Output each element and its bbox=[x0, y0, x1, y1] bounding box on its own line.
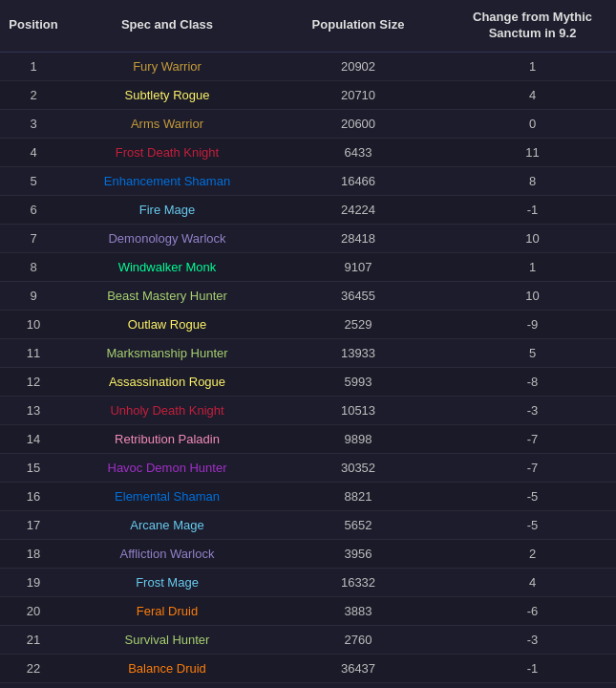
cell-change: -9 bbox=[449, 310, 616, 338]
table-row: 10Outlaw Rogue2529-9 bbox=[0, 310, 616, 338]
cell-position: 4 bbox=[0, 138, 67, 166]
cell-position: 10 bbox=[0, 310, 67, 338]
table-row: 5Enhancement Shaman164668 bbox=[0, 166, 616, 195]
cell-change: -5 bbox=[449, 510, 616, 539]
cell-spec: Shadow Priest bbox=[67, 682, 267, 688]
cell-population: 36437 bbox=[267, 654, 449, 682]
cell-spec: Survival Hunter bbox=[67, 625, 267, 654]
cell-population: 8821 bbox=[267, 482, 449, 510]
table-row: 23Shadow Priest16956-1 bbox=[0, 682, 616, 688]
cell-position: 14 bbox=[0, 424, 67, 453]
cell-spec: Enhancement Shaman bbox=[67, 166, 267, 195]
cell-change: 2 bbox=[449, 539, 616, 568]
cell-position: 8 bbox=[0, 252, 67, 281]
cell-change: 8 bbox=[449, 166, 616, 195]
cell-change: -8 bbox=[449, 367, 616, 396]
table-row: 9Beast Mastery Hunter3645510 bbox=[0, 281, 616, 310]
cell-spec: Demonology Warlock bbox=[67, 224, 267, 252]
cell-spec: Havoc Demon Hunter bbox=[67, 453, 267, 482]
cell-population: 36455 bbox=[267, 281, 449, 310]
table-row: 16Elemental Shaman8821-5 bbox=[0, 482, 616, 510]
cell-population: 20902 bbox=[267, 52, 449, 80]
cell-change: -6 bbox=[449, 596, 616, 625]
cell-spec: Arms Warrior bbox=[67, 109, 267, 138]
cell-population: 16332 bbox=[267, 568, 449, 596]
cell-population: 3883 bbox=[267, 596, 449, 625]
table-row: 21Survival Hunter2760-3 bbox=[0, 625, 616, 654]
cell-spec: Feral Druid bbox=[67, 596, 267, 625]
cell-population: 5652 bbox=[267, 510, 449, 539]
cell-population: 2529 bbox=[267, 310, 449, 338]
cell-position: 15 bbox=[0, 453, 67, 482]
cell-change: -7 bbox=[449, 453, 616, 482]
cell-position: 19 bbox=[0, 568, 67, 596]
table-row: 2Subtlety Rogue207104 bbox=[0, 80, 616, 109]
cell-population: 9898 bbox=[267, 424, 449, 453]
cell-position: 21 bbox=[0, 625, 67, 654]
cell-spec: Elemental Shaman bbox=[67, 482, 267, 510]
cell-spec: Fire Mage bbox=[67, 195, 267, 224]
cell-spec: Outlaw Rogue bbox=[67, 310, 267, 338]
cell-position: 9 bbox=[0, 281, 67, 310]
header-change: Change from Mythic Sanctum in 9.2 bbox=[449, 0, 616, 52]
cell-position: 13 bbox=[0, 396, 67, 424]
cell-spec: Assassination Rogue bbox=[67, 367, 267, 396]
cell-change: -1 bbox=[449, 654, 616, 682]
table-row: 14Retribution Paladin9898-7 bbox=[0, 424, 616, 453]
cell-position: 20 bbox=[0, 596, 67, 625]
table-row: 15Havoc Demon Hunter30352-7 bbox=[0, 453, 616, 482]
table-row: 7Demonology Warlock2841810 bbox=[0, 224, 616, 252]
cell-change: 1 bbox=[449, 252, 616, 281]
cell-change: -7 bbox=[449, 424, 616, 453]
cell-position: 18 bbox=[0, 539, 67, 568]
table-row: 6Fire Mage24224-1 bbox=[0, 195, 616, 224]
cell-position: 3 bbox=[0, 109, 67, 138]
cell-population: 16956 bbox=[267, 682, 449, 688]
cell-position: 11 bbox=[0, 338, 67, 367]
cell-position: 22 bbox=[0, 654, 67, 682]
cell-population: 20710 bbox=[267, 80, 449, 109]
table-row: 19Frost Mage163324 bbox=[0, 568, 616, 596]
table-row: 4Frost Death Knight643311 bbox=[0, 138, 616, 166]
cell-population: 6433 bbox=[267, 138, 449, 166]
cell-population: 28418 bbox=[267, 224, 449, 252]
cell-change: 4 bbox=[449, 568, 616, 596]
cell-position: 23 bbox=[0, 682, 67, 688]
cell-change: 1 bbox=[449, 52, 616, 80]
table-row: 3Arms Warrior206000 bbox=[0, 109, 616, 138]
cell-spec: Unholy Death Knight bbox=[67, 396, 267, 424]
cell-change: 5 bbox=[449, 338, 616, 367]
table-row: 11Marksmanship Hunter139335 bbox=[0, 338, 616, 367]
cell-position: 1 bbox=[0, 52, 67, 80]
cell-change: -1 bbox=[449, 195, 616, 224]
cell-population: 3956 bbox=[267, 539, 449, 568]
cell-position: 17 bbox=[0, 510, 67, 539]
cell-population: 20600 bbox=[267, 109, 449, 138]
cell-population: 24224 bbox=[267, 195, 449, 224]
cell-change: 0 bbox=[449, 109, 616, 138]
table-row: 17Arcane Mage5652-5 bbox=[0, 510, 616, 539]
cell-spec: Beast Mastery Hunter bbox=[67, 281, 267, 310]
rankings-table: Position Spec and Class Population Size … bbox=[0, 0, 616, 688]
cell-position: 7 bbox=[0, 224, 67, 252]
header-spec: Spec and Class bbox=[67, 0, 267, 52]
table-row: 1Fury Warrior209021 bbox=[0, 52, 616, 80]
cell-spec: Subtlety Rogue bbox=[67, 80, 267, 109]
cell-spec: Retribution Paladin bbox=[67, 424, 267, 453]
table-row: 13Unholy Death Knight10513-3 bbox=[0, 396, 616, 424]
header-population: Population Size bbox=[267, 0, 449, 52]
cell-position: 16 bbox=[0, 482, 67, 510]
cell-population: 13933 bbox=[267, 338, 449, 367]
table-row: 22Balance Druid36437-1 bbox=[0, 654, 616, 682]
cell-change: -3 bbox=[449, 625, 616, 654]
cell-spec: Windwalker Monk bbox=[67, 252, 267, 281]
cell-population: 10513 bbox=[267, 396, 449, 424]
cell-spec: Balance Druid bbox=[67, 654, 267, 682]
cell-spec: Frost Mage bbox=[67, 568, 267, 596]
table-row: 12Assassination Rogue5993-8 bbox=[0, 367, 616, 396]
cell-change: -5 bbox=[449, 482, 616, 510]
cell-change: 10 bbox=[449, 281, 616, 310]
cell-change: 10 bbox=[449, 224, 616, 252]
table-row: 20Feral Druid3883-6 bbox=[0, 596, 616, 625]
cell-change: 11 bbox=[449, 138, 616, 166]
